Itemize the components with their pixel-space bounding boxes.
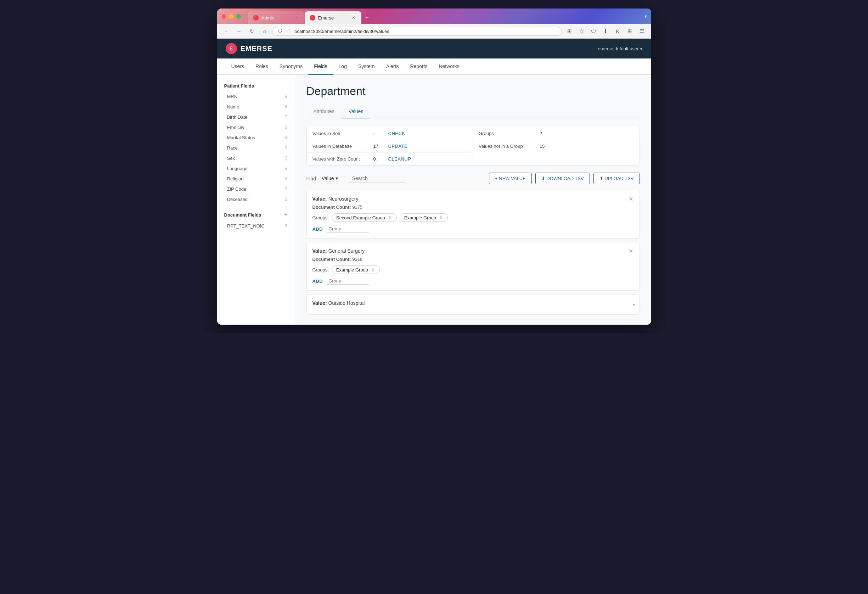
find-select-label: Value bbox=[322, 176, 334, 181]
general-surgery-doc-count-label: Document Count: bbox=[313, 257, 351, 262]
neurosurgery-doc-count-value: 9175 bbox=[352, 204, 362, 210]
nav-system[interactable]: System bbox=[353, 59, 381, 75]
back-button[interactable]: ← bbox=[221, 26, 231, 36]
document-fields-section: Document Fields + bbox=[217, 209, 295, 221]
url-bar[interactable]: 🛡 📄 localhost:8080/emerse/admin2/fields/… bbox=[272, 27, 562, 36]
sidebar-item-birth-date-label: Birth Date bbox=[227, 114, 248, 120]
general-surgery-add-group-row: ADD bbox=[313, 278, 634, 285]
reload-button[interactable]: ↻ bbox=[247, 26, 257, 36]
remove-second-example-group-button[interactable]: ✕ bbox=[387, 215, 393, 220]
sidebar-item-name-label: Name bbox=[227, 104, 239, 109]
sidebar-item-birth-date[interactable]: Birth Date ⠿ bbox=[217, 112, 295, 122]
tab-admin-close[interactable]: ✕ bbox=[294, 15, 300, 21]
nav-networks[interactable]: Networks bbox=[433, 59, 465, 75]
sidebar-item-mrn[interactable]: MRN ⠿ bbox=[217, 92, 295, 102]
title-bar: 🔴 Admin ✕ 🔴 Emerse ✕ + ▾ bbox=[217, 9, 651, 24]
find-label: Find bbox=[307, 176, 316, 182]
sidebar-item-name[interactable]: Name ⠿ bbox=[217, 102, 295, 112]
tab-emerse-label: Emerse bbox=[318, 15, 334, 21]
cleanup-button[interactable]: CLEANUP bbox=[388, 156, 411, 162]
tab-emerse-close[interactable]: ✕ bbox=[351, 15, 356, 21]
settings-icon[interactable]: ☰ bbox=[637, 26, 647, 36]
browser-window: 🔴 Admin ✕ 🔴 Emerse ✕ + ▾ ← → ↻ ⌂ 🛡 📄 loc… bbox=[217, 9, 651, 325]
shield-check-icon[interactable]: 🛡 bbox=[589, 26, 599, 36]
patient-fields-section: Patient Fields bbox=[217, 80, 295, 92]
value-card-outside-hospital: Value: Outside Hospital ▾ bbox=[307, 294, 640, 315]
tab-values[interactable]: Values bbox=[341, 105, 371, 118]
sidebar-item-marital-status-label: Marital Status bbox=[227, 135, 255, 140]
home-button[interactable]: ⌂ bbox=[260, 26, 270, 36]
search-input[interactable] bbox=[349, 174, 406, 183]
forward-button[interactable]: → bbox=[234, 26, 244, 36]
stat-values-in-db: Values in Database 17 UPDATE bbox=[307, 140, 473, 153]
navigation-bar: ← → ↻ ⌂ 🛡 📄 localhost:8080/emerse/admin2… bbox=[217, 24, 651, 38]
sidebar-item-rpt-text-noic[interactable]: RPT_TEXT_NOIC ⠿ bbox=[217, 221, 295, 231]
sidebar-item-zip-code[interactable]: ZIP Code ⠿ bbox=[217, 184, 295, 194]
remove-example-group-button[interactable]: ✕ bbox=[438, 215, 444, 220]
user-name: emerse default user bbox=[598, 46, 639, 52]
neurosurgery-groups: Groups: Second Example Group ✕ Example G… bbox=[313, 213, 634, 222]
general-surgery-add-button[interactable]: ADD bbox=[313, 279, 323, 284]
tab-emerse-icon: 🔴 bbox=[310, 15, 315, 21]
star-icon[interactable]: ☆ bbox=[577, 26, 587, 36]
app-header: ℰ EMERSE emerse default user ▾ bbox=[217, 38, 651, 59]
close-general-surgery-button[interactable]: ✕ bbox=[627, 247, 635, 255]
download-tsv-button[interactable]: ⬇ DOWNLOAD TSV bbox=[535, 173, 590, 184]
minimize-window-button[interactable] bbox=[229, 14, 233, 19]
neurosurgery-value-name: Neurosurgery bbox=[328, 196, 359, 202]
nav-log[interactable]: Log bbox=[333, 59, 353, 75]
stat-values-zero-count: Values with Zero Count 0 CLEANUP bbox=[307, 153, 473, 165]
nav-fields[interactable]: Fields bbox=[308, 59, 333, 75]
neurosurgery-add-button[interactable]: ADD bbox=[313, 226, 323, 232]
new-tab-button[interactable]: + bbox=[362, 11, 373, 24]
sidebar-item-marital-status[interactable]: Marital Status ⠿ bbox=[217, 133, 295, 143]
outside-hospital-expand-icon[interactable]: ▾ bbox=[633, 301, 635, 307]
user-menu[interactable]: emerse default user ▾ bbox=[598, 46, 643, 52]
upload-tsv-button[interactable]: ⬆ UPLOAD TSV bbox=[593, 173, 640, 184]
neurosurgery-doc-count: Document Count: 9175 bbox=[313, 204, 634, 210]
sidebar-item-deceased-label: Deceased bbox=[227, 197, 248, 202]
new-value-button[interactable]: + NEW VALUE bbox=[489, 173, 532, 184]
sidebar-item-religion[interactable]: Religion ⠿ bbox=[217, 174, 295, 184]
sidebar-item-language[interactable]: Language ⠿ bbox=[217, 163, 295, 174]
download-icon[interactable]: ⬇ bbox=[601, 26, 611, 36]
sidebar-item-deceased[interactable]: Deceased ⠿ bbox=[217, 194, 295, 204]
neurosurgery-add-group-row: ADD bbox=[313, 225, 634, 232]
nav-users[interactable]: Users bbox=[226, 59, 250, 75]
check-button[interactable]: CHECK bbox=[388, 131, 405, 136]
tab-attributes[interactable]: Attributes bbox=[307, 105, 341, 118]
sidebar-item-ethnicity[interactable]: Ethnicity ⠿ bbox=[217, 122, 295, 133]
stats-right: Groups 2 Values not in a Group 15 bbox=[473, 127, 639, 165]
grid-icon[interactable]: ⊞ bbox=[565, 26, 575, 36]
update-button[interactable]: UPDATE bbox=[388, 143, 408, 149]
nav-synonyms[interactable]: Synonyms bbox=[274, 59, 308, 75]
sidebar-item-race[interactable]: Race ⠿ bbox=[217, 143, 295, 153]
general-surgery-group-input[interactable] bbox=[326, 278, 369, 285]
neurosurgery-title: Value: Neurosurgery bbox=[313, 196, 634, 202]
remove-example-group-gs-button[interactable]: ✕ bbox=[370, 267, 376, 273]
general-surgery-doc-count-value: 9218 bbox=[352, 257, 362, 262]
drag-handle-marital-status: ⠿ bbox=[285, 135, 288, 140]
maximize-window-button[interactable] bbox=[236, 14, 241, 19]
group-tag-example-label: Example Group bbox=[404, 215, 436, 220]
close-window-button[interactable] bbox=[221, 14, 226, 19]
close-neurosurgery-button[interactable]: ✕ bbox=[627, 195, 635, 203]
extensions-icon[interactable]: ⊞ bbox=[625, 26, 635, 36]
nav-icons-right: ⊞ ☆ 🛡 ⬇ K ⊞ ☰ bbox=[565, 26, 647, 36]
account-icon[interactable]: K bbox=[613, 26, 623, 36]
neurosurgery-group-input[interactable] bbox=[326, 225, 369, 232]
find-select[interactable]: Value ▾ bbox=[320, 175, 340, 182]
nav-alerts[interactable]: Alerts bbox=[381, 59, 404, 75]
neurosurgery-value-label: Value: bbox=[313, 196, 327, 202]
drag-handle-mrn: ⠿ bbox=[285, 94, 288, 99]
main-nav: Users Roles Synonyms Fields Log System A… bbox=[217, 59, 651, 75]
nav-roles[interactable]: Roles bbox=[250, 59, 274, 75]
sidebar-item-sex[interactable]: Sex ⠿ bbox=[217, 153, 295, 163]
sidebar-item-sex-label: Sex bbox=[227, 155, 235, 161]
nav-reports[interactable]: Reports bbox=[404, 59, 433, 75]
neurosurgery-groups-label: Groups: bbox=[313, 215, 329, 220]
add-document-field-button[interactable]: + bbox=[284, 211, 287, 218]
tab-emerse[interactable]: 🔴 Emerse ✕ bbox=[305, 11, 362, 24]
values-in-solr-value: - bbox=[373, 131, 384, 136]
tab-admin[interactable]: 🔴 Admin ✕ bbox=[248, 11, 305, 24]
